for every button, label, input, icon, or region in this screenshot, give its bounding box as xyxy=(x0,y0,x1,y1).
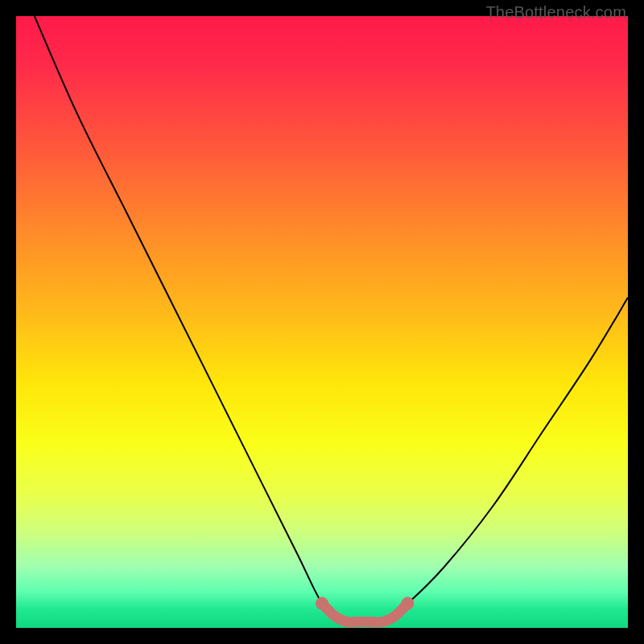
bottleneck-curve-line xyxy=(35,16,628,623)
watermark-text: TheBottleneck.com xyxy=(485,3,626,22)
chart-container: TheBottleneck.com xyxy=(0,0,644,644)
plot-area xyxy=(16,16,628,628)
svg-point-1 xyxy=(401,597,414,610)
optimal-band-line xyxy=(316,597,414,622)
svg-point-0 xyxy=(316,597,328,610)
curve-svg xyxy=(16,16,628,628)
